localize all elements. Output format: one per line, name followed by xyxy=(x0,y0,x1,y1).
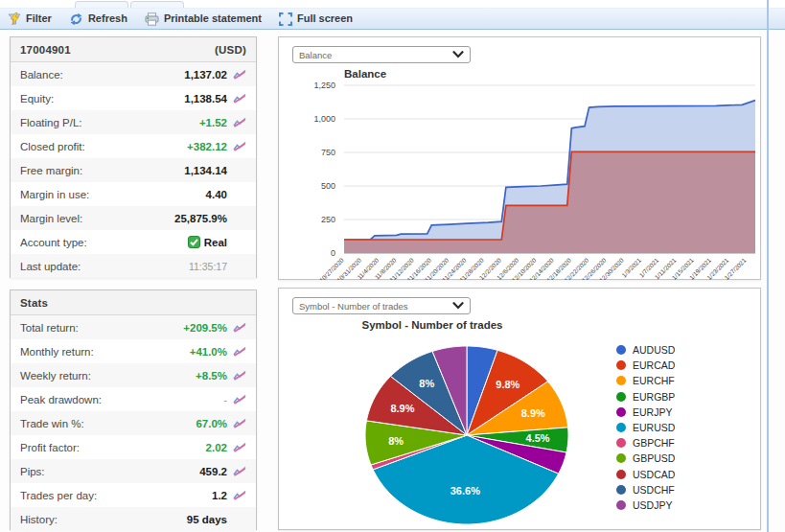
legend-item-audusd: AUDUSD xyxy=(616,342,675,358)
row-label: Floating P/L: xyxy=(20,117,82,128)
table-row: Pips:459.2 xyxy=(11,459,256,483)
mini-chart-icon[interactable] xyxy=(233,442,248,452)
mini-chart-icon[interactable] xyxy=(233,346,248,357)
mini-chart-icon[interactable] xyxy=(233,322,248,333)
mini-chart-icon[interactable] xyxy=(233,394,248,405)
account-panel: 17004901 (USD) Balance:1,137.02Equity:1,… xyxy=(10,36,257,278)
table-row: Closed profit:+382.12 xyxy=(11,134,256,158)
mini-chart-icon[interactable] xyxy=(233,69,248,80)
legend-label: EURCAD xyxy=(633,359,675,371)
real-account-check-icon xyxy=(188,236,200,248)
printable-statement-button[interactable]: Printable statement xyxy=(145,12,262,26)
filter-button[interactable]: Filter xyxy=(8,12,52,26)
full-screen-button[interactable]: Full screen xyxy=(279,12,353,26)
legend-item-eurgbp: EURGBP xyxy=(616,389,675,405)
account-rows: Balance:1,137.02Equity:1,138.54Floating … xyxy=(11,62,256,278)
legend-item-eurjpy: EURJPY xyxy=(616,405,675,420)
y-axis-tick-label: 0 xyxy=(331,248,335,258)
legend-label: EURJPY xyxy=(633,406,672,418)
table-row: Trades per day:1.2 xyxy=(11,483,256,507)
row-value: +209.5% xyxy=(183,322,227,334)
row-label: Peak drawdown: xyxy=(20,394,102,405)
row-value: 1.2 xyxy=(212,490,227,501)
legend-dot xyxy=(616,438,626,448)
account-id: 17004901 xyxy=(20,44,71,56)
row-value: 1,138.54 xyxy=(184,93,227,104)
mini-chart-icon[interactable] xyxy=(233,490,248,500)
toolbar-button-label: Filter xyxy=(26,13,52,24)
pie-chart-panel: Symbol - Number of trades 9.8%8.9%4.5%36… xyxy=(278,288,761,530)
row-value: 67.0% xyxy=(196,418,227,429)
legend-label: GBPCHF xyxy=(633,437,675,449)
row-value: 1,137.02 xyxy=(184,69,227,81)
mini-chart-icon[interactable] xyxy=(233,466,248,476)
legend-dot xyxy=(616,485,626,495)
mini-chart-icon[interactable] xyxy=(233,93,248,104)
pie-slice-label: 8% xyxy=(419,378,434,389)
legend-label: USDCHF xyxy=(633,484,675,496)
refresh-button[interactable]: Refresh xyxy=(69,12,127,26)
row-label: Free margin: xyxy=(20,165,82,176)
balance-chart-panel: Balance 02505007501,0001,25010/27/202010… xyxy=(278,36,761,280)
toolbar-button-label: Refresh xyxy=(88,13,127,24)
stats-rows: Total return:+209.5%Monthly return:+41.0… xyxy=(11,315,256,531)
y-axis-tick-label: 1,000 xyxy=(313,114,335,124)
row-value: Real xyxy=(188,236,227,248)
legend-label: EURGBP xyxy=(633,391,675,403)
browser-tab[interactable] xyxy=(130,1,184,8)
legend-item-usdjpy: USDJPY xyxy=(616,497,675,513)
row-value: 1,134.14 xyxy=(184,165,227,176)
mini-chart-icon[interactable] xyxy=(233,141,248,151)
legend-label: EURUSD xyxy=(633,422,675,433)
legend-dot xyxy=(616,500,626,510)
printer-icon xyxy=(145,12,159,26)
row-value: 11:35:17 xyxy=(189,261,227,272)
row-label: Monthly return: xyxy=(20,346,94,358)
row-label: Balance: xyxy=(20,69,63,81)
pie-chart-type-select[interactable]: Symbol - Number of trades xyxy=(292,297,471,314)
row-label: Margin level: xyxy=(20,213,82,224)
row-label: Trades per day: xyxy=(20,490,97,501)
legend-item-eurchf: EURCHF xyxy=(616,373,675,388)
table-row: Total return:+209.5% xyxy=(11,315,256,339)
table-row: Last update:11:35:17 xyxy=(11,254,256,278)
table-row: Monthly return:+41.0% xyxy=(11,339,256,363)
legend-item-gbpchf: GBPCHF xyxy=(616,435,675,451)
legend-dot xyxy=(616,345,626,355)
row-value: +382.12 xyxy=(187,141,227,152)
table-row: Profit factor:2.02 xyxy=(11,435,256,459)
row-label: Last update: xyxy=(20,261,81,272)
table-row: Margin in use:4.40 xyxy=(11,182,256,206)
table-row: History:95 days xyxy=(11,507,256,531)
balance-area-chart: 02505007501,0001,25010/27/202010/31/2020… xyxy=(281,62,760,280)
pie-slice-label: 9.8% xyxy=(496,379,519,390)
stats-title: Stats xyxy=(20,297,48,309)
table-row: Equity:1,138.54 xyxy=(11,86,256,110)
chevron-down-icon xyxy=(452,302,464,310)
refresh-icon xyxy=(69,12,83,26)
trading-dashboard: FilterRefreshPrintable statementFull scr… xyxy=(0,0,785,532)
legend-item-gbpusd: GBPUSD xyxy=(616,451,675,466)
browser-tab[interactable] xyxy=(75,1,128,8)
table-row: Balance:1,137.02 xyxy=(11,62,256,86)
table-row: Margin level:25,875.9% xyxy=(11,206,256,230)
legend-dot xyxy=(616,392,626,402)
balance-chart-type-select[interactable]: Balance xyxy=(292,46,471,63)
mini-chart-icon[interactable] xyxy=(233,117,248,127)
toolbar-button-label: Printable statement xyxy=(164,13,262,24)
row-value: - xyxy=(224,394,228,405)
row-label: History: xyxy=(20,514,58,525)
legend-label: EURCHF xyxy=(633,375,675,386)
symbol-trades-pie-chart: 9.8%8.9%4.5%36.6%8%8.9%8%Symbol - Number… xyxy=(281,313,760,530)
row-label: Profit factor: xyxy=(20,442,80,453)
row-value: 95 days xyxy=(187,514,227,525)
legend-item-eurcad: EURCAD xyxy=(616,358,675,373)
mini-chart-icon[interactable] xyxy=(233,418,248,428)
stats-panel: Stats Total return:+209.5%Monthly return… xyxy=(10,289,257,530)
legend-label: AUDUSD xyxy=(633,344,675,356)
mini-chart-icon[interactable] xyxy=(233,370,248,381)
row-value: +8.5% xyxy=(196,370,227,382)
filter-icon xyxy=(8,12,21,26)
pie-slice-label: 8% xyxy=(388,435,404,447)
legend-label: USDCAD xyxy=(633,469,675,480)
